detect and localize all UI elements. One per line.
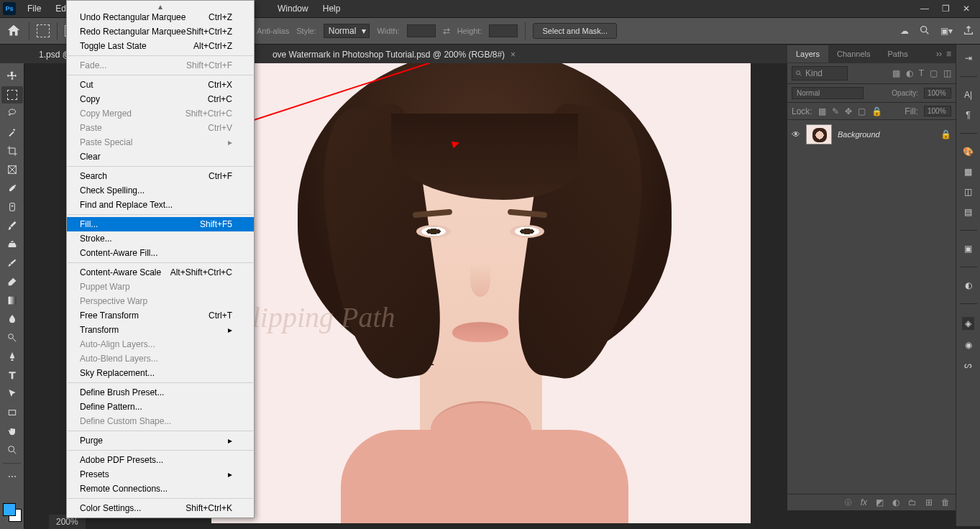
tab-layers[interactable]: Layers [787,45,828,63]
zoom-level[interactable]: 200% [56,517,78,527]
fill-input[interactable]: 100% [924,106,951,116]
new-layer-icon[interactable]: ⊞ [925,497,933,507]
swatches-panel-icon[interactable]: ▦ [964,167,972,177]
menu-item-content-aware-fill[interactable]: Content-Aware Fill... [67,246,254,260]
marquee-tool-icon[interactable] [37,24,50,37]
dodge-tool[interactable] [1,329,23,346]
swap-icon[interactable]: ⇄ [443,26,450,36]
tab-paths[interactable]: Paths [879,45,917,63]
menu-item-stroke[interactable]: Stroke... [67,231,254,246]
menu-item-check-spelling[interactable]: Check Spelling... [67,183,254,198]
blend-mode-select[interactable]: Normal [792,87,864,99]
menu-item-sky-replacement[interactable]: Sky Replacement... [67,366,254,380]
gradients-panel-icon[interactable]: ◫ [964,187,972,197]
menu-item-presets[interactable]: Presets▸ [67,467,254,482]
filter-smart-icon[interactable]: ◫ [943,68,951,78]
patterns-panel-icon[interactable]: ▤ [964,207,972,217]
filter-type-icon[interactable]: T [919,68,924,78]
lasso-tool[interactable] [1,105,23,122]
character-panel-icon[interactable]: A| [964,90,972,100]
filter-pixel-icon[interactable]: ▩ [892,68,900,78]
menu-item-undo-rectangular-marquee[interactable]: Undo Rectangular MarqueeCtrl+Z [67,10,254,24]
delete-icon[interactable]: 🗑 [941,497,950,507]
lock-image-icon[interactable]: ✎ [832,106,839,116]
filter-shape-icon[interactable]: ▢ [930,68,938,78]
menu-file[interactable]: File [20,1,48,17]
lock-all-icon[interactable]: 🔒 [871,106,882,116]
menu-item-toggle-last-state[interactable]: Toggle Last StateAlt+Ctrl+Z [67,39,254,53]
menu-item-remote-connections[interactable]: Remote Connections... [67,482,254,496]
filter-adjust-icon[interactable]: ◐ [906,68,913,78]
link-layers-icon[interactable]: ⦾ [845,497,852,507]
magic-wand-tool[interactable] [1,124,23,141]
restore-icon[interactable]: ❐ [942,4,950,14]
menu-item-adobe-pdf-presets[interactable]: Adobe PDF Presets... [67,453,254,467]
paths-panel-icon[interactable]: ᔕ [964,360,972,370]
menu-item-clear[interactable]: Clear [67,150,254,164]
group-icon[interactable]: 🗀 [908,497,917,507]
foreground-color[interactable] [3,503,16,516]
opacity-input[interactable]: 100% [924,88,951,98]
brush-tool[interactable] [1,217,23,234]
tab-channels[interactable]: Channels [828,45,879,63]
menu-item-content-aware-scale[interactable]: Content-Aware ScaleAlt+Shift+Ctrl+C [67,265,254,280]
menu-item-cut[interactable]: CutCtrl+X [67,78,254,92]
cloud-icon[interactable]: ☁ [900,26,909,36]
doc-tab-2[interactable]: ove Watermark in Photoshop Tutorial.psd … [265,46,523,63]
panel-menu-icon[interactable]: ≡ [946,49,951,59]
layer-thumbnail[interactable] [806,124,832,144]
pen-tool[interactable] [1,348,23,365]
menu-item-free-transform[interactable]: Free TransformCtrl+T [67,308,254,323]
close-icon[interactable]: ✕ [963,4,970,14]
frame-tool[interactable] [1,161,23,178]
color-panel-icon[interactable]: 🎨 [963,147,974,157]
menu-item-search[interactable]: SearchCtrl+F [67,169,254,183]
visibility-icon[interactable]: 👁 [792,129,800,139]
lock-artboard-icon[interactable]: ▢ [858,106,866,116]
path-selection-tool[interactable] [1,385,23,402]
document-canvas[interactable]: Clipping Path [211,63,751,523]
crop-tool[interactable] [1,142,23,160]
rectangle-tool[interactable] [1,404,23,421]
layers-panel-icon[interactable]: ◈ [962,317,974,330]
move-tool[interactable] [1,68,23,85]
menu-help[interactable]: Help [316,1,348,17]
gradient-tool[interactable] [1,292,23,309]
menu-item-find-and-replace-text[interactable]: Find and Replace Text... [67,198,254,212]
select-and-mask-button[interactable]: Select and Mask... [533,23,617,39]
eraser-tool[interactable] [1,273,23,290]
menu-item-define-brush-preset[interactable]: Define Brush Preset... [67,385,254,400]
fx-icon[interactable]: fx [861,497,867,507]
hand-tool[interactable] [1,423,23,440]
eyedropper-tool[interactable] [1,180,23,197]
search-icon[interactable] [919,24,930,38]
blur-tool[interactable] [1,310,23,328]
type-tool[interactable] [1,367,23,384]
menu-item-purge[interactable]: Purge▸ [67,433,254,448]
healing-brush-tool[interactable] [1,198,23,216]
adjustment-icon[interactable]: ◐ [892,497,899,507]
menu-item-redo-rectangular-marquee[interactable]: Redo Rectangular MarqueeShift+Ctrl+Z [67,24,254,39]
menu-window[interactable]: Window [270,1,316,17]
lock-transparent-icon[interactable]: ▩ [818,106,826,116]
color-swatches[interactable] [0,500,24,529]
tab-close-icon[interactable]: × [510,50,516,60]
lock-position-icon[interactable]: ✥ [845,106,852,116]
filter-kind-select[interactable]: Kind [792,66,848,80]
layer-name[interactable]: Background [838,130,880,139]
channels-panel-icon[interactable]: ◉ [965,340,972,350]
clone-stamp-tool[interactable] [1,236,23,253]
toggle-panels-icon[interactable]: ⇥ [965,53,972,63]
menu-item-fill[interactable]: Fill...Shift+F5 [67,217,254,231]
share-icon[interactable] [963,24,974,38]
minimize-icon[interactable]: — [920,4,929,14]
menu-item-define-pattern[interactable]: Define Pattern... [67,400,254,414]
scroll-up-icon[interactable]: ▴ [67,3,254,10]
zoom-tool[interactable] [1,441,23,459]
home-icon[interactable] [6,23,22,39]
history-brush-tool[interactable] [1,254,23,272]
marquee-tool[interactable] [1,86,23,104]
collapse-icon[interactable]: ›› [936,49,942,59]
paragraph-panel-icon[interactable]: ¶ [966,110,970,120]
adjustments-panel-icon[interactable]: ◐ [965,280,972,290]
